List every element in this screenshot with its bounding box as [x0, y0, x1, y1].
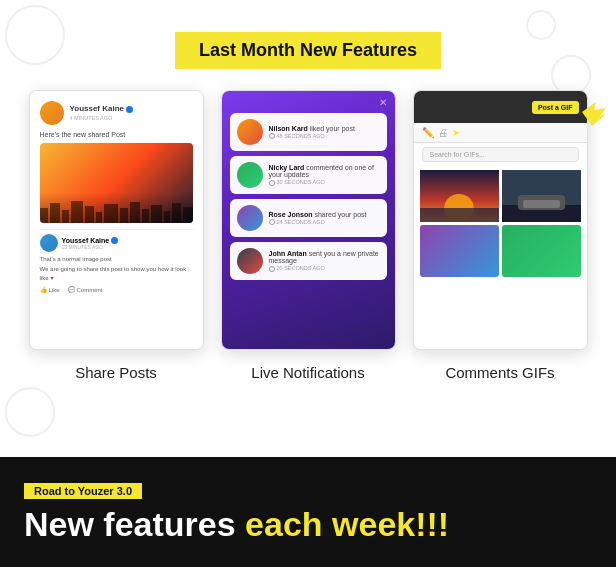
feature-card-share-posts: Youssef Kaine 4 MINUTES AGO Here's the n… — [26, 90, 206, 381]
author-name-text: Youssef Kaine — [70, 104, 125, 114]
features-row: Youssef Kaine 4 MINUTES AGO Here's the n… — [15, 90, 601, 381]
svg-rect-20 — [523, 200, 560, 208]
gif-thumbnail-3[interactable] — [420, 225, 499, 277]
notification-item-3: Rose Jonson shared your post 24 SECONDS … — [230, 199, 387, 237]
notif-name-1: Nilson Kard liked your post — [269, 125, 380, 132]
gif-grid — [414, 166, 587, 281]
comment-author-name: Youssef Kaine — [62, 237, 119, 244]
feature-label-comments-gifs: Comments GIFs — [445, 364, 554, 381]
banner-text-highlight: each week!!! — [245, 505, 449, 543]
post-shared-text: Here's the new shared Post — [40, 131, 193, 138]
comments-gifs-screenshot: Post a GIF ✏️ 🖨 ➤ Search for GIFs... — [413, 90, 588, 350]
share-posts-screenshot: Youssef Kaine 4 MINUTES AGO Here's the n… — [29, 90, 204, 350]
notif-avatar-1 — [237, 119, 263, 145]
heart-emoji: ♥ — [50, 275, 54, 281]
svg-marker-21 — [582, 102, 606, 126]
feature-card-comments-gifs: Post a GIF ✏️ 🖨 ➤ Search for GIFs... — [410, 90, 590, 381]
comment-button[interactable]: 💬 Comment — [68, 286, 103, 293]
feature-label-share-posts: Share Posts — [75, 364, 157, 381]
header-badge: Last Month New Features — [175, 32, 441, 69]
avatar — [40, 101, 64, 125]
decorative-circle-4 — [526, 10, 556, 40]
banner-text-before: New features — [24, 505, 245, 543]
decorative-circle-2 — [551, 55, 591, 95]
notif-avatar-2 — [237, 162, 263, 188]
notification-item-4: John Antan sent you a new private messag… — [230, 242, 387, 280]
notif-time-1: 48 SECONDS AGO — [269, 133, 380, 140]
car-svg — [502, 170, 581, 222]
print-icon[interactable]: 🖨 — [438, 127, 448, 138]
notif-avatar-3 — [237, 205, 263, 231]
notification-item-1: Nilson Kard liked your post 48 SECONDS A… — [230, 113, 387, 151]
notification-item-2: Nicky Lard commented on one of your upda… — [230, 156, 387, 194]
verified-icon — [126, 106, 133, 113]
live-notifications-screenshot: ✕ Nilson Kard liked your post 48 SECONDS… — [221, 90, 396, 350]
post-gif-button[interactable]: Post a GIF — [532, 101, 579, 114]
sunset-svg — [420, 170, 499, 222]
thumbs-up-icon: 👍 — [40, 286, 47, 293]
road-badge: Road to Youzer 3.0 — [24, 483, 142, 499]
post-card: Youssef Kaine 4 MINUTES AGO Here's the n… — [30, 91, 203, 349]
like-button[interactable]: 👍 Like — [40, 286, 60, 293]
gif-toolbar: ✏️ 🖨 ➤ — [414, 123, 587, 143]
post-actions: 👍 Like 💬 Comment — [40, 286, 193, 293]
feature-label-live-notifications: Live Notifications — [251, 364, 364, 381]
gif-top-bar: Post a GIF — [414, 91, 587, 123]
post-divider — [40, 229, 193, 230]
comment-verified-icon — [111, 237, 118, 244]
post-author-row: Youssef Kaine 4 MINUTES AGO — [40, 101, 193, 125]
post-image — [40, 143, 193, 223]
gif-panel: Post a GIF ✏️ 🖨 ➤ Search for GIFs... — [414, 91, 587, 349]
gif-thumbnail-1[interactable] — [420, 170, 499, 222]
feature-card-live-notifications: ✕ Nilson Kard liked your post 48 SECONDS… — [218, 90, 398, 381]
gif-thumbnail-2[interactable] — [502, 170, 581, 222]
notif-time-3: 24 SECONDS AGO — [269, 219, 380, 226]
notif-name-3: Rose Jonson shared your post — [269, 211, 380, 218]
decorative-circle-1 — [5, 5, 65, 65]
svg-rect-16 — [420, 208, 499, 222]
comment-author-row: Youssef Kaine 13 MINUTES AGO — [40, 234, 193, 252]
yellow-arrow-icon — [578, 98, 606, 126]
pencil-icon[interactable]: ✏️ — [422, 127, 434, 138]
comment-text-1: That's a normal image post — [40, 255, 193, 263]
notif-name-2: Nicky Lard commented on one of your upda… — [269, 164, 380, 178]
bottom-banner: Road to Youzer 3.0 New features each wee… — [0, 457, 616, 567]
close-icon[interactable]: ✕ — [379, 97, 387, 108]
notifications-panel: ✕ Nilson Kard liked your post 48 SECONDS… — [222, 91, 395, 349]
comment-time: 13 MINUTES AGO — [62, 244, 119, 250]
decorative-circle-3 — [5, 387, 55, 437]
post-image-overlay — [40, 193, 193, 223]
notif-time-2: 30 SECONDS AGO — [269, 179, 380, 186]
comment-icon: 💬 — [68, 286, 75, 293]
post-time: 4 MINUTES AGO — [70, 115, 134, 122]
comment-avatar — [40, 234, 58, 252]
gif-thumbnail-4[interactable] — [502, 225, 581, 277]
comment-text-2: We are going to share this post to show … — [40, 265, 193, 282]
notif-name-4: John Antan sent you a new private messag… — [269, 250, 380, 264]
gif-search-bar[interactable]: Search for GIFs... — [422, 147, 579, 162]
notif-time-4: 20 SECONDS AGO — [269, 265, 380, 272]
send-icon[interactable]: ➤ — [452, 127, 460, 138]
notif-avatar-4 — [237, 248, 263, 274]
gif-search-area: Search for GIFs... — [414, 143, 587, 166]
banner-text: New features each week!!! — [24, 507, 592, 541]
